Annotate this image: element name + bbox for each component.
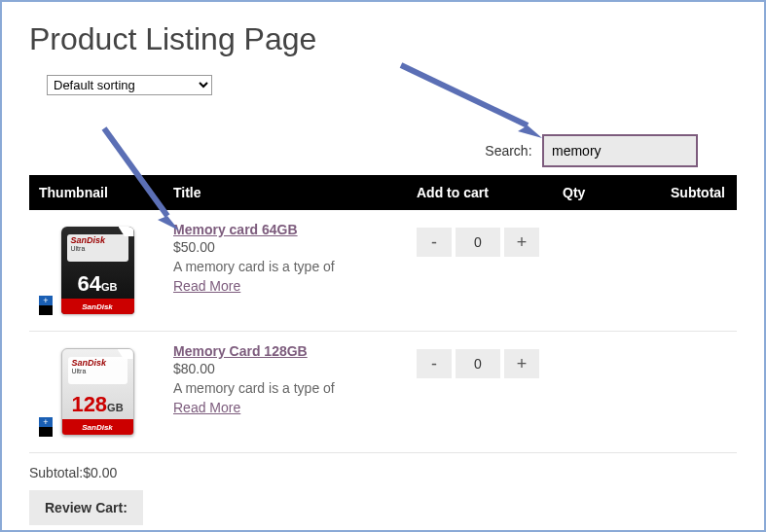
qty-decrement-button[interactable]: - xyxy=(417,349,452,378)
read-more-link[interactable]: Read More xyxy=(173,278,240,294)
table-row: + SanDiskUltra 128GB SanDisk Memory Card… xyxy=(29,332,737,453)
product-price: $50.00 xyxy=(173,239,401,255)
title-cell: Memory card 64GB $50.00 A memory card is… xyxy=(165,210,409,332)
addtocart-cell: - + xyxy=(409,210,555,332)
qty-increment-button[interactable]: + xyxy=(504,228,539,257)
product-title-link[interactable]: Memory card 64GB xyxy=(173,222,298,237)
qty-increment-button[interactable]: + xyxy=(504,349,539,378)
col-subtotal: Subtotal xyxy=(633,175,737,210)
qty-stepper: - + xyxy=(417,228,539,257)
sorting-select[interactable]: Default sorting xyxy=(47,75,212,95)
product-desc: A memory card is a type of xyxy=(173,380,401,396)
search-label: Search: xyxy=(485,143,531,159)
addtocart-cell: - + xyxy=(409,332,555,453)
col-title: Title xyxy=(165,175,409,210)
product-thumbnail[interactable]: SanDiskUltra 128GB SanDisk xyxy=(61,348,134,436)
table-header-row: Thumbnail Title Add to cart Qty Subtotal xyxy=(29,175,737,210)
col-qty: Qty xyxy=(555,175,633,210)
qty-stepper: - + xyxy=(417,349,539,378)
qty-cell xyxy=(555,332,633,453)
subtotal-cell xyxy=(633,332,737,453)
product-thumbnail[interactable]: SanDiskUltra 64GB SanDisk xyxy=(61,227,134,314)
table-row: + SanDiskUltra 64GB SanDisk Memory card … xyxy=(29,210,737,332)
cart-subtotal-row: Subtotal:$0.00 xyxy=(29,465,737,480)
compare-badge-icon: + xyxy=(39,417,53,437)
qty-cell xyxy=(555,210,633,332)
qty-input[interactable] xyxy=(456,228,500,257)
thumbnail-cell: + SanDiskUltra 128GB SanDisk xyxy=(29,332,165,453)
title-cell: Memory Card 128GB $80.00 A memory card i… xyxy=(165,332,409,453)
review-cart-button[interactable]: Review Cart: xyxy=(29,490,143,525)
product-desc: A memory card is a type of xyxy=(173,259,401,274)
qty-decrement-button[interactable]: - xyxy=(417,228,452,257)
product-table: Thumbnail Title Add to cart Qty Subtotal… xyxy=(29,175,737,453)
subtotal-label: Subtotal: xyxy=(29,465,83,480)
product-title-link[interactable]: Memory Card 128GB xyxy=(173,343,308,359)
col-thumbnail: Thumbnail xyxy=(29,175,165,210)
qty-input[interactable] xyxy=(456,349,500,378)
search-row: Search: xyxy=(29,134,737,167)
subtotal-cell xyxy=(633,210,737,332)
subtotal-value: $0.00 xyxy=(83,465,117,480)
product-price: $80.00 xyxy=(173,361,401,376)
svg-line-0 xyxy=(401,65,528,125)
compare-badge-icon: + xyxy=(39,296,53,315)
col-addtocart: Add to cart xyxy=(409,175,555,210)
page-title: Product Listing Page xyxy=(29,21,737,57)
search-input[interactable] xyxy=(542,134,698,167)
thumbnail-cell: + SanDiskUltra 64GB SanDisk xyxy=(29,210,165,332)
read-more-link[interactable]: Read More xyxy=(173,400,240,415)
